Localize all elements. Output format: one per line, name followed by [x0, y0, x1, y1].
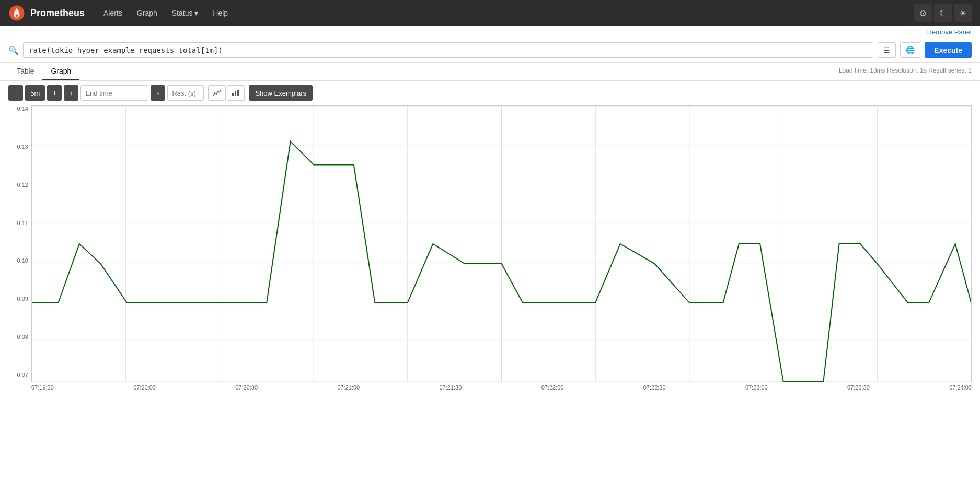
tabs-row: Table Graph Load time: 13ms Resolution: … — [0, 63, 980, 81]
y-label-6: 0.08 — [17, 334, 28, 340]
line-chart-icon — [213, 89, 221, 97]
query-input[interactable] — [23, 42, 873, 58]
end-time-input[interactable] — [80, 85, 148, 101]
nav-help[interactable]: Help — [206, 6, 234, 20]
nav-alerts[interactable]: Alerts — [97, 6, 129, 20]
bar-chart-button[interactable] — [227, 85, 245, 101]
svg-point-1 — [16, 14, 18, 17]
tab-table[interactable]: Table — [8, 63, 42, 80]
y-label-2: 0.12 — [17, 182, 28, 188]
brand-name: Prometheus — [30, 8, 85, 19]
plus-button[interactable]: + — [47, 85, 62, 101]
x-label-7: 07:23:00 — [745, 384, 768, 391]
x-label-1: 07:20:00 — [133, 384, 156, 391]
navbar: Prometheus Alerts Graph Status ▾ Help ⚙ … — [0, 0, 980, 26]
chart-type-buttons — [208, 85, 245, 101]
y-label-0: 0.14 — [17, 105, 28, 112]
y-label-4: 0.10 — [17, 257, 28, 264]
x-label-4: 07:21:30 — [440, 384, 462, 391]
y-axis: 0.14 0.13 0.12 0.11 0.10 0.09 0.08 0.07 — [8, 105, 31, 378]
x-label-6: 07:22:30 — [643, 384, 666, 391]
nav-icons: ⚙ ☾ ☀ — [914, 4, 972, 22]
minus-button[interactable]: − — [8, 85, 23, 101]
nav-links: Alerts Graph Status ▾ Help — [97, 6, 914, 20]
search-bar: 🔍 ☰ 🌐 Execute — [0, 38, 980, 63]
moon-button[interactable]: ☾ — [934, 4, 952, 22]
sun-button[interactable]: ☀ — [954, 4, 972, 22]
y-label-5: 0.09 — [17, 296, 28, 302]
x-label-5: 07:22:00 — [541, 384, 564, 391]
x-label-8: 07:23:30 — [847, 384, 870, 391]
gear-button[interactable]: ⚙ — [914, 4, 932, 22]
line-chart-button[interactable] — [208, 85, 226, 101]
tab-graph[interactable]: Graph — [42, 63, 79, 80]
x-label-9: 07:24:00 — [949, 384, 972, 391]
resolution-input[interactable] — [167, 85, 204, 101]
chart-area: 0.14 0.13 0.12 0.11 0.10 0.09 0.08 0.07 — [0, 105, 980, 399]
x-label-0: 07:19:30 — [31, 384, 54, 391]
line-chart-svg — [32, 106, 971, 382]
x-label-3: 07:21:00 — [337, 384, 360, 391]
prometheus-logo — [8, 5, 25, 21]
remove-panel-link[interactable]: Remove Panel — [0, 26, 980, 38]
format-button[interactable]: ☰ — [878, 42, 896, 58]
search-icon: 🔍 — [8, 45, 19, 55]
chart-svg-container — [31, 105, 972, 382]
y-label-7: 0.07 — [17, 372, 28, 378]
svg-rect-3 — [235, 91, 236, 96]
brand: Prometheus — [8, 5, 85, 21]
y-label-1: 0.13 — [17, 144, 28, 150]
svg-rect-2 — [232, 93, 234, 96]
bar-chart-icon — [232, 89, 240, 97]
duration-label: 5m — [25, 85, 45, 101]
x-axis: 07:19:30 07:20:00 07:20:30 07:21:00 07:2… — [31, 382, 972, 391]
svg-rect-4 — [237, 90, 239, 96]
execute-button[interactable]: Execute — [925, 42, 972, 58]
nav-graph[interactable]: Graph — [131, 6, 164, 20]
nav-status[interactable]: Status ▾ — [166, 6, 205, 20]
x-label-2: 07:20:30 — [235, 384, 258, 391]
tab-meta: Load time: 13ms Resolution: 1s Result se… — [839, 67, 972, 76]
show-exemplars-button[interactable]: Show Exemplars — [249, 85, 313, 101]
prev-button[interactable]: ‹ — [64, 85, 78, 101]
graph-controls: − 5m + ‹ › Show Exemplars — [0, 81, 980, 105]
metric-explorer-button[interactable]: 🌐 — [900, 42, 920, 58]
chart-container: 0.14 0.13 0.12 0.11 0.10 0.09 0.08 0.07 — [8, 105, 972, 391]
y-label-3: 0.11 — [17, 220, 28, 226]
next-button[interactable]: › — [151, 85, 165, 101]
